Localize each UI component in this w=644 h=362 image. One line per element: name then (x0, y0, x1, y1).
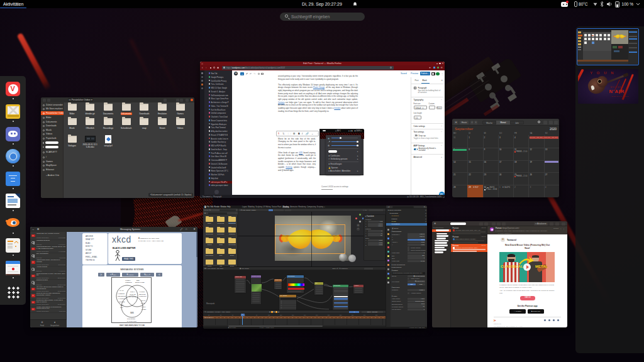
svg-text:THING: THING (141, 302, 145, 304)
svg-text:DISCORD: DISCORD (119, 301, 125, 302)
svg-text:KEYBASE: KEYBASE (130, 293, 136, 295)
svg-text:SMS: SMS (130, 312, 134, 314)
svg-text:SLACK: SLACK (119, 290, 124, 291)
svg-text:MESSENGER: MESSENGER (118, 295, 126, 297)
svg-text:PRODUCTS: PRODUCTS (139, 295, 147, 297)
svg-text:WHATSAPP: WHATSAPP (129, 296, 136, 297)
svg-text:SIGNAL: SIGNAL (130, 291, 135, 292)
svg-text:HANGOUTS: HANGOUTS (118, 298, 126, 299)
svg-text:SUPPORTED: SUPPORTED (127, 318, 135, 319)
svg-text:FACEBOOK: FACEBOOK (118, 293, 125, 294)
svg-text:GPG: GPG (120, 307, 123, 308)
svg-text:OBSCURE: OBSCURE (139, 293, 146, 295)
svg-text:ENCRYPTED: ENCRYPTED (135, 282, 145, 283)
svg-text:ARENA: ARENA (119, 304, 125, 305)
svg-text:MODERN: MODERN (125, 282, 132, 283)
svg-text:BY EVERYONE: BY EVERYONE (127, 321, 136, 322)
svg-text:CYBER: CYBER (142, 309, 147, 310)
svg-text:FAMILY: FAMILY (142, 306, 147, 307)
svg-text:VARIOUS: VARIOUS (139, 291, 145, 292)
svg-text:SNAPC: SNAPC (141, 300, 146, 301)
